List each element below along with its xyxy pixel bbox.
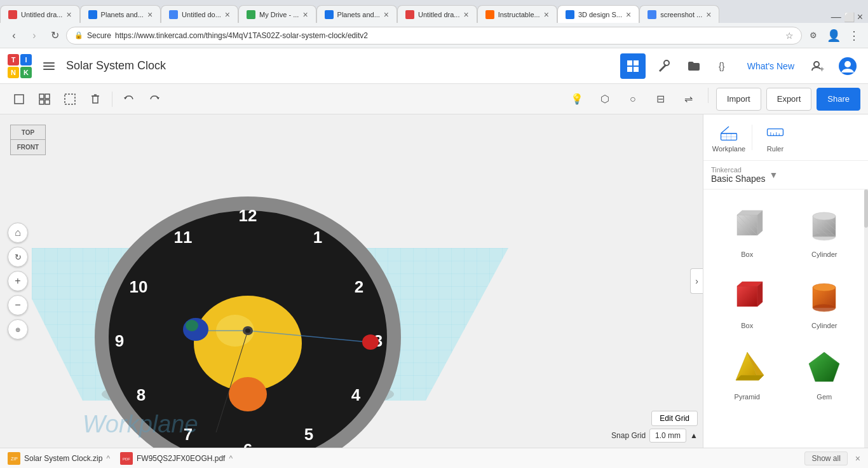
tab-favicon — [648, 10, 656, 19]
svg-point-51 — [813, 284, 836, 291]
svg-marker-55 — [736, 375, 764, 380]
viewport[interactable]: TOP FRONT ⌂ ↻ + − ⊕ — [0, 114, 703, 448]
shape-cylinder-orange[interactable]: Cylinder — [786, 266, 864, 337]
circle-icon[interactable]: ○ — [621, 88, 644, 111]
tab-my-drive[interactable]: My Drive - ... × — [238, 5, 316, 23]
svg-text:ZIP: ZIP — [11, 457, 18, 461]
logo-k: K — [20, 67, 32, 78]
download-pdf-item[interactable]: PDF FW95QS2JFX0EOGH.pdf ^ — [120, 452, 233, 465]
new-shape-button[interactable] — [8, 88, 31, 111]
clock-num-10: 10 — [130, 277, 148, 296]
mirror-icon[interactable]: ⇌ — [677, 88, 700, 111]
shape-box-grey[interactable]: Box — [709, 195, 786, 266]
tab-close-icon[interactable]: × — [626, 10, 631, 20]
shape-box-red[interactable]: Box — [709, 266, 786, 337]
tab-close-icon[interactable]: × — [463, 10, 468, 20]
sun — [194, 296, 302, 391]
tab-close-icon[interactable]: × — [302, 10, 308, 20]
zip-expand-arrow[interactable]: ^ — [106, 454, 110, 463]
maximize-icon[interactable]: ⬜ — [844, 12, 855, 22]
scrollbar-thumb[interactable] — [864, 189, 868, 228]
folder-button[interactable] — [681, 53, 707, 79]
grid-view-button[interactable] — [620, 53, 646, 79]
shape-cylinder-orange-label: Cylinder — [811, 322, 837, 329]
shape-pyramid-yellow[interactable]: Pyramid — [709, 337, 786, 408]
show-all-button[interactable]: Show all — [804, 451, 847, 465]
edit-grid-button[interactable]: Edit Grid — [651, 411, 698, 426]
clock-num-11: 11 — [174, 228, 193, 247]
undo-button[interactable] — [118, 88, 140, 111]
share-button[interactable]: Share — [817, 88, 860, 111]
svg-marker-56 — [809, 352, 839, 382]
tab-3d-design[interactable]: 3D design S... × — [557, 5, 639, 23]
code-button[interactable]: {} — [712, 53, 737, 79]
tab-untitled1[interactable]: Untitled dra... × — [0, 5, 80, 23]
panel-collapse-button[interactable]: › — [690, 268, 703, 294]
snap-grid-arrow[interactable]: ▲ — [690, 431, 698, 440]
close-window-icon[interactable]: × — [857, 11, 863, 23]
svg-text:{}: {} — [719, 61, 725, 71]
tab-label: screenshot ... — [660, 11, 702, 18]
workplane-tool-button[interactable]: Workplane — [714, 122, 744, 153]
tab-screenshot[interactable]: screenshot ... × — [639, 5, 719, 23]
back-button[interactable]: ‹ — [5, 27, 23, 45]
orange-planet — [229, 377, 267, 411]
bottom-controls: Edit Grid Snap Grid 1.0 mm ▲ — [611, 411, 698, 443]
tab-planets1[interactable]: Planets and... × — [80, 5, 161, 23]
tab-favicon — [169, 10, 178, 19]
tab-instructables[interactable]: Instructable... × — [477, 5, 557, 23]
extensions-icon[interactable]: ⚙ — [804, 27, 822, 45]
reload-button[interactable]: ↻ — [46, 27, 64, 45]
export-button[interactable]: Export — [766, 88, 812, 111]
secure-icon: 🔒 — [74, 31, 83, 39]
align-icon[interactable]: ⊟ — [649, 88, 672, 111]
tools-icon — [656, 59, 670, 73]
clock-num-6: 6 — [243, 440, 252, 448]
earth-land — [186, 320, 198, 331]
clock-num-2: 2 — [355, 277, 363, 296]
hamburger-line — [43, 65, 55, 67]
close-downloads-icon[interactable]: × — [855, 453, 860, 464]
profile-icon[interactable]: 👤 — [825, 27, 843, 45]
download-zip-item[interactable]: ZIP Solar System Clock.zip ^ — [8, 452, 110, 465]
hamburger-button[interactable] — [39, 59, 58, 74]
shape-cylinder-grey[interactable]: Cylinder — [786, 195, 864, 266]
group-button[interactable] — [33, 88, 56, 111]
bookmark-icon[interactable]: ☆ — [785, 31, 794, 41]
clock-center-inner — [245, 329, 250, 333]
tab-close-icon[interactable]: × — [384, 10, 389, 20]
shape-gem-green[interactable]: Gem — [786, 337, 864, 408]
delete-button[interactable] — [84, 88, 107, 111]
address-bar[interactable]: 🔒 Secure https://www.tinkercad.com/thing… — [66, 27, 802, 45]
tab-close-icon[interactable]: × — [706, 10, 711, 20]
toolbar-right: 💡 ⬡ ○ ⊟ ⇌ Import Export Share — [566, 88, 860, 111]
panel-category[interactable]: Tinkercad Basic Shapes ▼ — [703, 161, 868, 189]
tab-untitled2[interactable]: Untitled dra... × — [397, 5, 477, 23]
tools-button[interactable] — [651, 53, 676, 79]
shape-icon[interactable]: ⬡ — [593, 88, 616, 111]
tab-close-icon[interactable]: × — [544, 10, 549, 20]
tab-close-icon[interactable]: × — [225, 10, 230, 20]
forward-button[interactable]: › — [25, 27, 43, 45]
tab-planets2[interactable]: Planets and... × — [316, 5, 397, 23]
ruler-tool-button[interactable]: Ruler — [760, 122, 790, 153]
minimize-icon[interactable]: — — [831, 11, 841, 23]
pdf-expand-arrow[interactable]: ^ — [229, 454, 233, 463]
snap-grid-value[interactable]: 1.0 mm — [649, 429, 686, 443]
address-text[interactable]: https://www.tinkercad.com/things/4MqV1TA… — [115, 31, 782, 40]
light-bulb-icon[interactable]: 💡 — [566, 88, 588, 111]
import-button[interactable]: Import — [716, 88, 761, 111]
tab-close-icon[interactable]: × — [66, 10, 71, 20]
tab-untitled-doc[interactable]: Untitled do... × — [161, 5, 238, 23]
menu-dots-icon[interactable]: ⋮ — [845, 27, 863, 45]
add-user-button[interactable]: + — [804, 53, 830, 79]
category-dropdown-arrow[interactable]: ▼ — [770, 170, 778, 180]
gem-green-icon — [801, 345, 847, 390]
redo-button[interactable] — [143, 88, 166, 111]
profile-avatar[interactable] — [835, 53, 860, 79]
tab-close-icon[interactable]: × — [147, 10, 153, 20]
whats-new-button[interactable]: What's New — [742, 61, 799, 71]
ungroup-button[interactable] — [58, 88, 81, 111]
svg-line-20 — [721, 127, 729, 134]
hamburger-line — [43, 69, 55, 70]
